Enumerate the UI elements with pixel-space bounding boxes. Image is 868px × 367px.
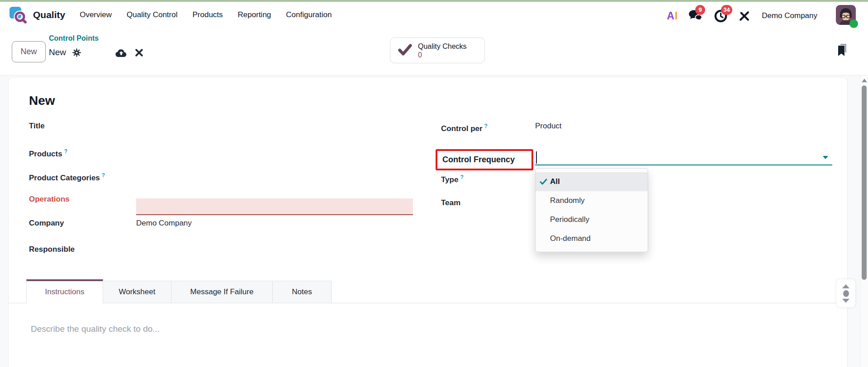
- breadcrumb-control-points-link[interactable]: Control Points: [49, 33, 99, 44]
- control-frequency-dropdown: All Randomly Periodically On-demand: [535, 168, 648, 252]
- scroll-down-arrow-icon: [842, 299, 849, 303]
- quality-checks-text: Quality Checks 0: [418, 42, 467, 59]
- help-icon: ?: [64, 148, 67, 155]
- record-title-heading: New: [29, 94, 55, 108]
- breadcrumb: Control Points New: [49, 33, 143, 59]
- control-frequency-annotation-box: Control Frequency: [436, 149, 533, 170]
- tools-icon[interactable]: [738, 10, 750, 22]
- tab-instructions[interactable]: Instructions: [26, 279, 103, 303]
- bookmark-icon[interactable]: [836, 43, 849, 59]
- breadcrumb-current: New: [49, 47, 66, 57]
- label-operations: Operations: [29, 193, 70, 205]
- new-record-button[interactable]: New: [12, 41, 46, 62]
- online-status-dot: [849, 19, 858, 28]
- activities-badge: 34: [721, 5, 732, 15]
- dropdown-option-all[interactable]: All: [536, 172, 648, 191]
- autoscroll-indicator: [836, 279, 855, 307]
- user-avatar[interactable]: [836, 5, 856, 27]
- instructions-editor[interactable]: [9, 304, 847, 367]
- label-control-per: Control per?: [441, 120, 488, 135]
- notebook-tabs: Instructions Worksheet Message If Failur…: [9, 279, 847, 303]
- menu-reporting[interactable]: Reporting: [238, 10, 271, 19]
- save-cloud-icon[interactable]: [115, 47, 128, 58]
- vertical-scrollbar[interactable]: [860, 75, 868, 367]
- label-products: Products?: [29, 146, 67, 160]
- products-input[interactable]: [136, 146, 413, 160]
- scrollbar-thumb[interactable]: [862, 85, 867, 280]
- quality-checks-label: Quality Checks: [418, 42, 467, 51]
- discard-x-icon[interactable]: [135, 48, 143, 57]
- systray: AI 9 34: [667, 4, 856, 28]
- check-icon: [540, 179, 547, 188]
- help-icon: ?: [484, 123, 488, 129]
- scrollbar-up-arrow[interactable]: [862, 79, 867, 82]
- control-frequency-input[interactable]: [535, 150, 832, 165]
- app-logo-icon[interactable]: [8, 5, 28, 25]
- help-icon: ?: [102, 172, 105, 179]
- scroll-up-arrow-icon: [842, 284, 849, 288]
- tab-message-if-failure[interactable]: Message If Failure: [171, 281, 273, 303]
- control-panel: New Control Points New: [0, 28, 868, 75]
- label-company: Company: [29, 217, 64, 229]
- company-value[interactable]: Demo Company: [136, 217, 192, 229]
- responsible-input[interactable]: [136, 244, 413, 258]
- dropdown-option-periodically[interactable]: Periodically: [536, 210, 648, 229]
- label-responsible: Responsible: [29, 244, 75, 255]
- label-product-categories: Product Categories?: [29, 169, 105, 184]
- quality-checks-stat-button[interactable]: Quality Checks 0: [390, 38, 485, 63]
- dropdown-option-randomly[interactable]: Randomly: [536, 191, 648, 210]
- main-navbar: Quality Overview Quality Control Product…: [0, 2, 868, 28]
- messages-badge: 9: [695, 5, 705, 15]
- text-caret: [536, 151, 537, 164]
- main-content-area: New Title Products? Product Categories? …: [0, 75, 868, 367]
- breadcrumb-current-row: New: [49, 46, 143, 59]
- tab-notes[interactable]: Notes: [273, 281, 332, 303]
- gear-icon[interactable]: [72, 48, 81, 57]
- product-categories-input[interactable]: [136, 169, 413, 184]
- activities-clock-icon[interactable]: 34: [714, 9, 728, 23]
- quality-checks-count: 0: [418, 51, 467, 59]
- app-name[interactable]: Quality: [33, 9, 65, 20]
- help-icon: ?: [460, 174, 463, 180]
- menu-quality-control[interactable]: Quality Control: [127, 10, 177, 19]
- dropdown-option-on-demand[interactable]: On-demand: [536, 229, 648, 248]
- quality-app-window: Quality Overview Quality Control Product…: [0, 0, 868, 367]
- menu-overview[interactable]: Overview: [80, 10, 112, 19]
- company-switcher[interactable]: Demo Company: [762, 11, 817, 20]
- operations-input-required[interactable]: [136, 198, 413, 215]
- messages-icon[interactable]: 9: [688, 9, 703, 23]
- menu-products[interactable]: Products: [192, 10, 223, 19]
- title-input[interactable]: [136, 119, 413, 134]
- check-icon: [398, 44, 412, 57]
- tab-worksheet[interactable]: Worksheet: [103, 281, 171, 303]
- control-per-value[interactable]: Product: [535, 120, 562, 132]
- chevron-down-icon[interactable]: [823, 156, 828, 159]
- scroll-origin-dot: [843, 290, 849, 297]
- menu-configuration[interactable]: Configuration: [286, 10, 332, 19]
- ai-icon[interactable]: AI: [667, 10, 678, 22]
- label-title: Title: [29, 120, 45, 132]
- label-type: Type?: [441, 171, 464, 186]
- instructions-placeholder: Describe the quality check to do...: [31, 324, 160, 334]
- label-team: Team: [441, 197, 460, 209]
- main-menu: Overview Quality Control Products Report…: [80, 10, 332, 19]
- form-sheet: New Title Products? Product Categories? …: [8, 77, 848, 367]
- label-control-frequency: Control Frequency: [442, 155, 515, 165]
